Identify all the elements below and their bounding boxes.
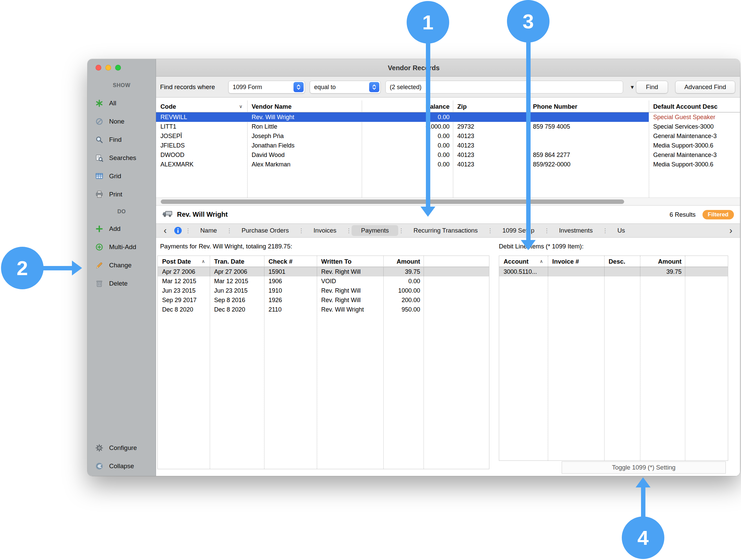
tab-purchase-orders[interactable]: Purchase Orders [232,224,298,237]
column-header-amount[interactable]: Amount [640,256,685,267]
debit-row[interactable]: 3000.5110... 39.75 [499,267,728,276]
find-bar-label: Find records where [160,77,215,98]
column-header-phone[interactable]: Phone Number [529,101,649,112]
column-header-post-date[interactable]: Post Date∧ [158,256,210,267]
vendor-row[interactable]: REVWILL Rev. Will Wright 0.00 Special Gu… [156,112,740,122]
field-dropdown[interactable]: 1099 Form [228,81,305,94]
sidebar-item-delete[interactable]: Delete [87,274,156,293]
cell-desc [604,267,640,276]
cell-balance: 0.00 [362,131,453,141]
cell-vendor-name: David Wood [247,150,362,160]
operator-dropdown-value: equal to [310,84,336,91]
vendor-row[interactable]: ALEXMARK Alex Markman 0.00 40123 859/922… [156,160,740,169]
sidebar-item-none[interactable]: None [87,112,156,131]
popup-chevrons-icon [293,82,304,92]
sidebar-item-configure[interactable]: Configure [87,439,156,457]
printer-icon [95,190,104,198]
cell-check-no: 2110 [264,305,317,314]
payment-row[interactable]: Mar 12 2015 Mar 12 2015 1906 VOID 0.00 [158,276,489,286]
cell-tran-date: Sep 8 2016 [210,295,264,305]
tab-investments[interactable]: Investments [550,224,602,237]
sidebar-item-multi-add[interactable]: Multi-Add [87,238,156,256]
minimize-button[interactable] [105,65,111,71]
cell-post-date: Mar 12 2015 [158,276,210,286]
cell-blank [424,267,490,276]
vendor-row[interactable]: JFIELDS Jonathan Fields 0.00 40123 Media… [156,141,740,150]
toggle-1099-setting-button[interactable]: Toggle 1099 (*) Setting [562,461,726,474]
cell-phone [529,131,649,141]
payment-row[interactable]: Dec 8 2020 Dec 8 2020 2110 Rev. Will Wri… [158,305,489,314]
sidebar-item-searches[interactable]: Searches [87,149,156,167]
sort-descending-icon: ∨ [239,101,242,112]
tab-name[interactable]: Name [191,224,226,237]
callout-4: 4 [622,516,664,559]
tab-users[interactable]: Us [608,224,635,237]
tab-recurring-transactions[interactable]: Recurring Transactions [404,224,487,237]
column-header-written-to[interactable]: Written To [317,256,383,267]
payment-row[interactable]: Sep 29 2017 Sep 8 2016 1926 Rev. Right W… [158,295,489,305]
cell-check-no: 1910 [264,286,317,295]
column-divider [548,256,548,460]
cell-blank [424,286,490,295]
cell-tran-date: Mar 12 2015 [210,276,264,286]
detail-header-right: 6 Results Filtered [669,210,734,219]
sidebar-item-add[interactable]: Add [87,220,156,238]
column-header-account[interactable]: Account∧ [499,256,548,267]
column-header-balance[interactable]: Balance [362,101,453,112]
search-value-input[interactable] [385,81,623,94]
slash-circle-icon [95,117,104,126]
column-header-tran-date[interactable]: Tran. Date [210,256,264,267]
cell-vendor-name: Jonathan Fields [247,141,362,150]
cell-invoice-no [548,267,604,276]
sidebar-item-find[interactable]: Find [87,131,156,149]
info-icon[interactable] [174,226,182,235]
zoom-button[interactable] [115,65,121,71]
sidebar-item-print[interactable]: Print [87,185,156,204]
disclosure-arrow-icon[interactable]: ▾ [628,81,637,93]
sidebar-item-grid[interactable]: Grid [87,167,156,185]
vendor-row[interactable]: DWOOD David Wood 0.00 40123 859 864 2277… [156,150,740,160]
advanced-find-button[interactable]: Advanced Find [675,81,735,94]
debit-table-header: Account∧ Invoice # Desc. Amount [499,256,728,267]
vendor-row[interactable]: JOSEPÎ Joseph Pńa 0.00 40123 General Mai… [156,131,740,141]
payment-row[interactable]: Jun 23 2015 Jun 23 2015 1910 Rev. Right … [158,286,489,295]
column-header-amount[interactable]: Amount [383,256,424,267]
tab-invoices[interactable]: Invoices [304,224,346,237]
find-bar: Find records where 1099 Form equal to ▾ … [156,77,740,98]
cell-check-no: 1926 [264,295,317,305]
callout-3-arrow-line [526,42,531,241]
column-header-default-account[interactable]: Default Account Desc [649,101,740,112]
sidebar-item-change[interactable]: Change [87,256,156,274]
cell-written-to: Rev. Right Will [317,267,383,276]
column-header-zip[interactable]: Zip [453,101,529,112]
tab-1099-setup[interactable]: 1099 Setup [493,224,544,237]
tab-payments[interactable]: Payments [352,225,398,236]
close-button[interactable] [96,65,101,71]
column-header-invoice-no[interactable]: Invoice # [548,256,604,267]
column-header-vendor-name[interactable]: Vendor Name [247,101,362,112]
tabs-scroll-left-icon[interactable]: ‹ [159,224,171,237]
column-header-desc[interactable]: Desc. [604,256,640,267]
selected-vendor-title: Rev. Will Wright [177,211,228,218]
payment-row[interactable]: Apr 27 2006 Apr 27 2006 15901 Rev. Right… [158,267,489,276]
sidebar-item-all[interactable]: All [87,94,156,112]
horizontal-scrollbar[interactable] [156,197,740,206]
sidebar-item-label: Grid [109,172,121,180]
column-header-code[interactable]: Code∨ [156,101,247,112]
cell-zip: 40123 [453,150,529,160]
cell-balance: -1000.00 [362,122,453,131]
detail-header: Rev. Will Wright 6 Results Filtered [156,206,740,223]
cell-check-no: 15901 [264,267,317,276]
horizontal-scrollbar-thumb[interactable] [161,199,624,204]
operator-dropdown[interactable]: equal to [310,81,381,94]
sidebar-item-collapse[interactable]: Collapse [87,457,156,475]
cell-check-no: 1906 [264,276,317,286]
asterisk-icon [95,99,104,107]
lower-panels: Payments for Rev. Will Wright, totaling … [156,238,740,476]
tabs-scroll-right-icon[interactable]: › [725,224,737,237]
column-header-check-no[interactable]: Check # [264,256,317,267]
cell-zip [453,112,529,122]
vendor-row[interactable]: LITT1 Ron Little -1000.00 29732 859 759 … [156,122,740,131]
find-button[interactable]: Find [636,81,668,94]
filtered-badge[interactable]: Filtered [702,210,734,219]
